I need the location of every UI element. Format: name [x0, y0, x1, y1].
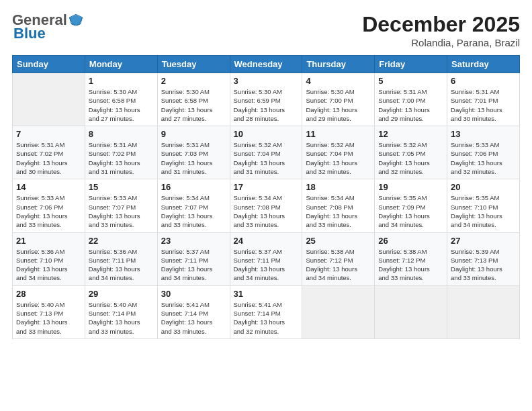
day-info: Sunrise: 5:33 AMSunset: 7:07 PMDaylight:…	[89, 193, 154, 229]
day-number: 7	[16, 129, 81, 139]
day-info: Sunrise: 5:31 AMSunset: 7:02 PMDaylight:…	[16, 140, 81, 176]
day-number: 27	[451, 236, 516, 246]
calendar-cell: 24Sunrise: 5:37 AMSunset: 7:11 PMDayligh…	[230, 232, 302, 285]
calendar-cell: 13Sunrise: 5:33 AMSunset: 7:06 PMDayligh…	[447, 126, 520, 179]
day-number: 29	[89, 289, 154, 299]
day-info: Sunrise: 5:39 AMSunset: 7:13 PMDaylight:…	[451, 247, 516, 283]
calendar-cell: 12Sunrise: 5:32 AMSunset: 7:05 PMDayligh…	[375, 126, 447, 179]
day-number: 18	[306, 182, 371, 192]
calendar-week-5: 28Sunrise: 5:40 AMSunset: 7:13 PMDayligh…	[13, 285, 520, 338]
day-number: 5	[378, 76, 443, 86]
calendar-cell: 20Sunrise: 5:35 AMSunset: 7:10 PMDayligh…	[447, 179, 520, 232]
day-number: 12	[378, 129, 443, 139]
day-number: 14	[16, 182, 81, 192]
day-number: 17	[234, 182, 299, 192]
calendar-week-4: 21Sunrise: 5:36 AMSunset: 7:10 PMDayligh…	[13, 232, 520, 285]
calendar-cell	[447, 285, 520, 338]
day-info: Sunrise: 5:38 AMSunset: 7:12 PMDaylight:…	[378, 247, 443, 283]
calendar-cell: 8Sunrise: 5:31 AMSunset: 7:02 PMDaylight…	[85, 126, 157, 179]
calendar-cell: 18Sunrise: 5:34 AMSunset: 7:08 PMDayligh…	[302, 179, 375, 232]
calendar-cell: 5Sunrise: 5:31 AMSunset: 7:00 PMDaylight…	[375, 73, 447, 126]
day-info: Sunrise: 5:35 AMSunset: 7:10 PMDaylight:…	[451, 193, 516, 229]
day-number: 4	[306, 76, 371, 86]
day-number: 6	[451, 76, 516, 86]
calendar-cell: 19Sunrise: 5:35 AMSunset: 7:09 PMDayligh…	[375, 179, 447, 232]
day-number: 1	[89, 76, 154, 86]
title-block: December 2025 Rolandia, Parana, Brazil	[362, 12, 520, 48]
day-number: 2	[161, 76, 226, 86]
calendar-cell: 6Sunrise: 5:31 AMSunset: 7:01 PMDaylight…	[447, 73, 520, 126]
day-info: Sunrise: 5:38 AMSunset: 7:12 PMDaylight:…	[306, 247, 371, 283]
calendar-cell: 29Sunrise: 5:40 AMSunset: 7:14 PMDayligh…	[85, 285, 157, 338]
calendar-cell: 23Sunrise: 5:37 AMSunset: 7:11 PMDayligh…	[157, 232, 230, 285]
day-info: Sunrise: 5:37 AMSunset: 7:11 PMDaylight:…	[161, 247, 226, 283]
header: General Blue December 2025 Rolandia, Par…	[12, 12, 520, 48]
location-subtitle: Rolandia, Parana, Brazil	[362, 37, 520, 48]
page: General Blue December 2025 Rolandia, Par…	[0, 0, 532, 411]
calendar-cell: 28Sunrise: 5:40 AMSunset: 7:13 PMDayligh…	[13, 285, 85, 338]
day-info: Sunrise: 5:36 AMSunset: 7:10 PMDaylight:…	[16, 247, 81, 283]
day-number: 13	[451, 129, 516, 139]
day-number: 16	[161, 182, 226, 192]
calendar-week-3: 14Sunrise: 5:33 AMSunset: 7:06 PMDayligh…	[13, 179, 520, 232]
calendar-cell: 25Sunrise: 5:38 AMSunset: 7:12 PMDayligh…	[302, 232, 375, 285]
day-info: Sunrise: 5:34 AMSunset: 7:08 PMDaylight:…	[234, 193, 299, 229]
calendar-cell: 22Sunrise: 5:36 AMSunset: 7:11 PMDayligh…	[85, 232, 157, 285]
calendar-cell: 14Sunrise: 5:33 AMSunset: 7:06 PMDayligh…	[13, 179, 85, 232]
day-info: Sunrise: 5:36 AMSunset: 7:11 PMDaylight:…	[89, 247, 154, 283]
day-info: Sunrise: 5:31 AMSunset: 7:00 PMDaylight:…	[378, 87, 443, 123]
logo-icon	[69, 13, 83, 28]
col-friday: Friday	[375, 56, 447, 73]
calendar-cell: 30Sunrise: 5:41 AMSunset: 7:14 PMDayligh…	[157, 285, 230, 338]
col-sunday: Sunday	[13, 56, 85, 73]
calendar-cell: 26Sunrise: 5:38 AMSunset: 7:12 PMDayligh…	[375, 232, 447, 285]
calendar-cell: 31Sunrise: 5:41 AMSunset: 7:14 PMDayligh…	[230, 285, 302, 338]
calendar-cell: 17Sunrise: 5:34 AMSunset: 7:08 PMDayligh…	[230, 179, 302, 232]
calendar-cell: 2Sunrise: 5:30 AMSunset: 6:58 PMDaylight…	[157, 73, 230, 126]
logo-blue: Blue	[13, 26, 46, 42]
calendar-cell: 15Sunrise: 5:33 AMSunset: 7:07 PMDayligh…	[85, 179, 157, 232]
day-info: Sunrise: 5:30 AMSunset: 6:58 PMDaylight:…	[161, 87, 226, 123]
day-number: 26	[378, 236, 443, 246]
day-info: Sunrise: 5:34 AMSunset: 7:07 PMDaylight:…	[161, 193, 226, 229]
calendar-cell: 16Sunrise: 5:34 AMSunset: 7:07 PMDayligh…	[157, 179, 230, 232]
col-monday: Monday	[85, 56, 157, 73]
day-number: 31	[234, 289, 299, 299]
calendar-cell: 27Sunrise: 5:39 AMSunset: 7:13 PMDayligh…	[447, 232, 520, 285]
day-info: Sunrise: 5:40 AMSunset: 7:14 PMDaylight:…	[89, 300, 154, 336]
day-info: Sunrise: 5:40 AMSunset: 7:13 PMDaylight:…	[16, 300, 81, 336]
day-number: 15	[89, 182, 154, 192]
calendar-week-1: 1Sunrise: 5:30 AMSunset: 6:58 PMDaylight…	[13, 73, 520, 126]
calendar-week-2: 7Sunrise: 5:31 AMSunset: 7:02 PMDaylight…	[13, 126, 520, 179]
day-info: Sunrise: 5:31 AMSunset: 7:03 PMDaylight:…	[161, 140, 226, 176]
day-info: Sunrise: 5:32 AMSunset: 7:04 PMDaylight:…	[306, 140, 371, 176]
day-number: 22	[89, 236, 154, 246]
day-info: Sunrise: 5:41 AMSunset: 7:14 PMDaylight:…	[161, 300, 226, 336]
month-title: December 2025	[362, 12, 520, 37]
day-info: Sunrise: 5:30 AMSunset: 6:59 PMDaylight:…	[234, 87, 299, 123]
day-number: 20	[451, 182, 516, 192]
calendar-cell: 3Sunrise: 5:30 AMSunset: 6:59 PMDaylight…	[230, 73, 302, 126]
calendar-cell: 10Sunrise: 5:32 AMSunset: 7:04 PMDayligh…	[230, 126, 302, 179]
calendar-cell: 7Sunrise: 5:31 AMSunset: 7:02 PMDaylight…	[13, 126, 85, 179]
calendar-cell	[302, 285, 375, 338]
day-info: Sunrise: 5:33 AMSunset: 7:06 PMDaylight:…	[451, 140, 516, 176]
day-number: 25	[306, 236, 371, 246]
col-tuesday: Tuesday	[157, 56, 230, 73]
day-number: 19	[378, 182, 443, 192]
calendar-cell: 4Sunrise: 5:30 AMSunset: 7:00 PMDaylight…	[302, 73, 375, 126]
calendar-cell	[375, 285, 447, 338]
calendar-cell	[13, 73, 85, 126]
calendar-table: Sunday Monday Tuesday Wednesday Thursday…	[12, 55, 520, 339]
calendar-cell: 1Sunrise: 5:30 AMSunset: 6:58 PMDaylight…	[85, 73, 157, 126]
day-number: 28	[16, 289, 81, 299]
day-number: 30	[161, 289, 226, 299]
day-info: Sunrise: 5:32 AMSunset: 7:04 PMDaylight:…	[234, 140, 299, 176]
day-number: 3	[234, 76, 299, 86]
col-thursday: Thursday	[302, 56, 375, 73]
day-info: Sunrise: 5:30 AMSunset: 7:00 PMDaylight:…	[306, 87, 371, 123]
day-number: 10	[234, 129, 299, 139]
logo: General Blue	[12, 12, 83, 42]
day-info: Sunrise: 5:31 AMSunset: 7:01 PMDaylight:…	[451, 87, 516, 123]
day-number: 23	[161, 236, 226, 246]
